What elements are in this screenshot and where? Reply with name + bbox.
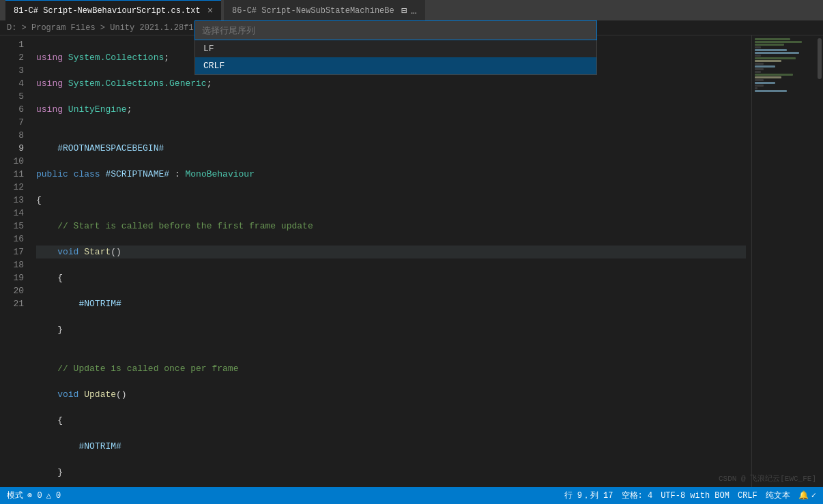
status-encoding[interactable]: UTF-8 with BOM — [661, 491, 730, 501]
inactive-tab-filename: 86-C# Script-NewSubStateMachineBe — [232, 6, 394, 16]
line-num: 1 — [0, 38, 24, 51]
line-num: 13 — [0, 194, 24, 207]
line-num: 20 — [0, 284, 24, 297]
status-left: 模式 ⊗ 0 △ 0 — [7, 490, 61, 501]
minimap — [751, 35, 816, 487]
line-ending-search-input[interactable] — [194, 20, 597, 40]
vertical-scrollbar[interactable] — [816, 35, 823, 487]
line-ending-picker: LF CRLF — [194, 20, 823, 75]
status-file-type[interactable]: 纯文本 — [766, 490, 790, 501]
status-position[interactable]: 行 9，列 17 — [564, 490, 613, 501]
line-num: 6 — [0, 103, 24, 116]
bell-icon: 🔔 — [798, 490, 809, 501]
line-num: 14 — [0, 207, 24, 220]
title-bar: 81-C# Script-NewBehaviourScript.cs.txt ×… — [0, 0, 823, 20]
line-num: 5 — [0, 90, 24, 103]
line-num: 19 — [0, 271, 24, 284]
line-num: 11 — [0, 168, 24, 181]
line-num: 7 — [0, 116, 24, 129]
line-num: 10 — [0, 155, 24, 168]
line-num: 15 — [0, 220, 24, 233]
split-icon: ⊟ — [401, 5, 407, 16]
code-line-2: using System.Collections.Generic; — [36, 77, 746, 90]
tab-filename: 81-C# Script-NewBehaviourScript.cs.txt — [14, 6, 201, 16]
code-line-17: #NOTRIM# — [36, 440, 746, 453]
line-num: 17 — [0, 246, 24, 258]
check-icon: ✓ — [811, 490, 816, 501]
more-icon: … — [411, 5, 416, 16]
code-line-15: void Update() — [36, 388, 746, 401]
line-num: 21 — [0, 297, 24, 310]
line-num: 3 — [0, 64, 24, 77]
inactive-tab[interactable]: 86-C# Script-NewSubStateMachineBe ⊟ … — [224, 0, 424, 20]
watermark: CSDN @ 飞浪纪云[EWC_FE] — [719, 473, 816, 484]
code-line-3: using UnityEngine; — [36, 103, 746, 116]
line-num: 2 — [0, 51, 24, 64]
line-num: 9 — [0, 142, 24, 155]
line-num: 18 — [0, 258, 24, 271]
code-line-9: void Start() — [36, 246, 746, 258]
code-line-16: { — [36, 414, 746, 427]
code-line-18: } — [36, 466, 746, 479]
code-line-12: } — [36, 323, 746, 336]
line-num: 16 — [0, 233, 24, 246]
status-line-ending[interactable]: CRLF — [738, 491, 757, 501]
status-notifications: 🔔 ✓ — [798, 490, 816, 501]
editor-area: 1 2 3 4 5 6 7 8 9 10 11 12 13 14 15 16 1… — [0, 35, 823, 487]
line-num: 12 — [0, 181, 24, 194]
code-line-10: { — [36, 271, 746, 284]
code-editor[interactable]: using System.Collections; using System.C… — [31, 35, 751, 487]
status-right: 行 9，列 17 空格: 4 UTF-8 with BOM CRLF 纯文本 🔔… — [564, 490, 817, 501]
status-spaces[interactable]: 空格: 4 — [622, 490, 653, 501]
tab-close-button[interactable]: × — [207, 5, 213, 16]
code-line-6: public class #SCRIPTNAME# : MonoBehaviou… — [36, 168, 746, 181]
code-line-5: #ROOTNAMESPACEBEGIN# — [36, 142, 746, 155]
line-ending-lf[interactable]: LF — [195, 40, 596, 57]
code-line-11: #NOTRIM# — [36, 297, 746, 310]
status-bar: 模式 ⊗ 0 △ 0 行 9，列 17 空格: 4 UTF-8 with BOM… — [0, 487, 823, 504]
line-ending-crlf[interactable]: CRLF — [195, 57, 596, 74]
code-line-7: { — [36, 194, 746, 207]
line-num: 8 — [0, 129, 24, 142]
code-line-14: // Update is called once per frame — [36, 362, 746, 375]
code-line-8: // Start is called before the first fram… — [36, 220, 746, 233]
status-warnings[interactable]: △ 0 — [46, 490, 61, 501]
line-numbers: 1 2 3 4 5 6 7 8 9 10 11 12 13 14 15 16 1… — [0, 35, 31, 487]
line-ending-list: LF CRLF — [194, 40, 597, 75]
status-errors[interactable]: ⊗ 0 — [27, 490, 42, 501]
active-tab[interactable]: 81-C# Script-NewBehaviourScript.cs.txt × — [5, 0, 221, 20]
line-num: 4 — [0, 77, 24, 90]
status-mode[interactable]: 模式 — [7, 490, 23, 501]
